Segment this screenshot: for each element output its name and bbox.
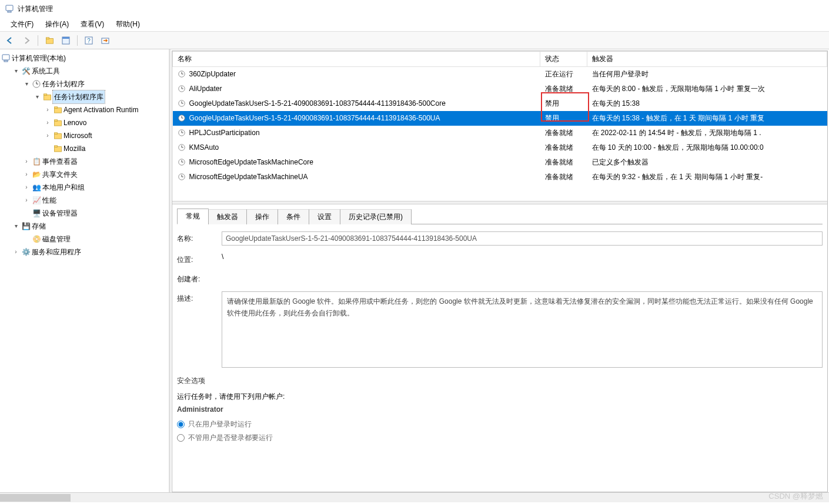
back-button[interactable] (4, 34, 16, 47)
tab-triggers[interactable]: 触发器 (208, 209, 247, 224)
expander-icon[interactable]: ▾ (12, 65, 20, 78)
tree-storage[interactable]: ▾💾存储 (12, 220, 169, 233)
task-row[interactable]: GoogleUpdateTaskUserS-1-5-21-4090083691-… (173, 111, 827, 126)
tree-system-tools[interactable]: ▾🛠️系统工具 (12, 65, 169, 78)
expander-icon[interactable]: ▾ (33, 90, 41, 103)
tab-general[interactable]: 常规 (177, 209, 209, 224)
tree-lib-item[interactable]: ›Lenovo (44, 116, 169, 129)
tree-device-mgr[interactable]: 🖥️设备管理器 (22, 207, 169, 220)
menu-file[interactable]: 文件(F) (5, 18, 39, 31)
label-name: 名称: (177, 231, 212, 244)
clock-icon (178, 143, 187, 153)
svg-rect-16 (54, 108, 61, 113)
task-header-row: 名称 状态 触发器 (173, 52, 827, 67)
task-row[interactable]: AliUpdater准备就绪在每天的 8:00 - 触发后，无限期地每隔 1 小… (173, 82, 827, 96)
tree-lib-item[interactable]: ›Agent Activation Runtim (44, 103, 169, 116)
task-trigger-cell: 在 2022-02-11 的 14:54 时 - 触发后，无限期地每隔 1 . (587, 126, 827, 140)
svg-rect-1 (8, 11, 11, 12)
clock-icon (178, 70, 187, 79)
task-name-field[interactable] (222, 231, 823, 246)
properties-button[interactable] (59, 34, 72, 47)
folder-icon (53, 131, 62, 140)
tree-event-viewer[interactable]: ›📋事件查看器 (22, 155, 169, 168)
radio-any[interactable]: 不管用户是否登录都要运行 (177, 433, 823, 443)
storage-icon: 💾 (21, 221, 31, 231)
task-row[interactable]: KMSAuto准备就绪在每 10 天的 10:00 - 触发后，无限期地每隔 1… (173, 140, 827, 155)
radio-logged-in-input[interactable] (177, 421, 185, 428)
task-trigger-cell: 在每天的 9:32 - 触发后，在 1 天 期间每隔 1 小时 重复- (587, 170, 827, 184)
tab-conditions[interactable]: 条件 (278, 209, 309, 224)
security-options-title: 安全选项 (177, 376, 823, 386)
folder-icon (53, 105, 62, 115)
svg-rect-5 (62, 37, 69, 39)
task-status-cell: 准备就绪 (540, 126, 587, 140)
tab-actions[interactable]: 操作 (246, 209, 278, 224)
task-row[interactable]: 360ZipUpdater正在运行当任何用户登录时 (173, 67, 827, 82)
task-description-field[interactable]: 请确保使用最新版的 Google 软件。如果停用或中断此任务，则您的 Googl… (222, 291, 823, 368)
tab-history[interactable]: 历史记录(已禁用) (340, 209, 412, 224)
console-tree[interactable]: 计算机管理(本地) ▾🛠️系统工具 ▾任务计划程序 ▾任务计划程序库 (0, 52, 169, 258)
task-row[interactable]: GoogleUpdateTaskUserS-1-5-21-4090083691-… (173, 96, 827, 111)
svg-rect-0 (6, 5, 13, 11)
task-table[interactable]: 名称 状态 触发器 360ZipUpdater正在运行当任何用户登录时AliUp… (172, 51, 827, 184)
scrollbar-thumb[interactable] (0, 494, 71, 502)
clock-icon (178, 173, 187, 182)
task-row[interactable]: MicrosoftEdgeUpdateTaskMachineCore准备就绪已定… (173, 155, 827, 170)
titlebar: 计算机管理 (0, 0, 829, 18)
toolbar: ? (0, 32, 829, 49)
menu-view[interactable]: 查看(V) (75, 18, 110, 31)
radio-logged-in[interactable]: 只在用户登录时运行 (177, 419, 823, 429)
task-name-cell: MicrosoftEdgeUpdateTaskMachineUA (173, 170, 540, 184)
help-button[interactable]: ? (82, 34, 95, 47)
svg-text:?: ? (87, 38, 91, 44)
clock-icon (178, 129, 187, 138)
tree-task-scheduler[interactable]: ▾任务计划程序 (22, 78, 169, 90)
task-status-cell: 禁用 (540, 111, 587, 126)
run-as-user: Administrator (177, 405, 823, 414)
svg-rect-15 (44, 94, 46, 96)
radio-any-input[interactable] (177, 434, 185, 442)
toolbar-separator (38, 35, 38, 46)
tree-performance[interactable]: ›📈性能 (22, 194, 169, 207)
folder-icon (53, 144, 62, 153)
services-icon: ⚙️ (21, 247, 31, 257)
menu-action[interactable]: 操作(A) (39, 18, 75, 31)
forward-button[interactable] (20, 34, 33, 47)
tab-settings[interactable]: 设置 (309, 209, 340, 224)
task-name-cell: GoogleUpdateTaskUserS-1-5-21-4090083691-… (173, 96, 540, 111)
task-list[interactable]: 名称 状态 触发器 360ZipUpdater正在运行当任何用户登录时AliUp… (172, 51, 827, 201)
main-area: 计算机管理(本地) ▾🛠️系统工具 ▾任务计划程序 ▾任务计划程序库 (0, 49, 829, 492)
expander-icon[interactable]: ▾ (22, 78, 31, 90)
export-button[interactable] (99, 34, 112, 47)
tree-root-label: 计算机管理(本地) (12, 52, 66, 65)
clock-icon (178, 99, 187, 109)
task-trigger-cell: 在每 10 天的 10:00 - 触发后，无限期地每隔 10.00:00:0 (587, 140, 827, 155)
menu-help[interactable]: 帮助(H) (110, 18, 146, 31)
task-trigger-cell: 在每天的 15:38 (587, 96, 827, 111)
col-trigger[interactable]: 触发器 (587, 52, 827, 67)
tree-local-users[interactable]: ›👥本地用户和组 (22, 181, 169, 194)
task-status-cell: 准备就绪 (540, 82, 587, 96)
task-row[interactable]: HPLJCustParticipation准备就绪在 2022-02-11 的 … (173, 126, 827, 140)
tree-shared-folders[interactable]: ›📂共享文件夹 (22, 168, 169, 181)
task-location-value: \ (222, 253, 223, 261)
task-row[interactable]: MicrosoftEdgeUpdateTaskMachineUA准备就绪在每天的… (173, 170, 827, 184)
tree-lib-item[interactable]: ›Microsoft (44, 129, 169, 142)
tree-task-library[interactable]: ▾任务计划程序库 (33, 90, 169, 103)
svg-rect-14 (44, 95, 51, 100)
app-icon (5, 4, 14, 14)
tree-pane[interactable]: 计算机管理(本地) ▾🛠️系统工具 ▾任务计划程序 ▾任务计划程序库 (0, 49, 171, 492)
col-name[interactable]: 名称 (173, 52, 540, 67)
show-hide-button[interactable] (43, 34, 56, 47)
task-status-cell: 禁用 (540, 96, 587, 111)
clock-icon (178, 114, 187, 123)
horizontal-scrollbar[interactable] (0, 492, 829, 502)
tree-root[interactable]: 计算机管理(本地) (1, 52, 169, 65)
svg-rect-3 (46, 37, 49, 39)
tree-services[interactable]: ›⚙️服务和应用程序 (12, 246, 169, 258)
col-status[interactable]: 状态 (540, 52, 587, 67)
svg-rect-10 (4, 61, 8, 62)
tree-lib-item[interactable]: Mozilla (44, 142, 169, 155)
tree-disk-mgmt[interactable]: 📀磁盘管理 (22, 233, 169, 246)
label-location: 位置: (177, 253, 212, 265)
